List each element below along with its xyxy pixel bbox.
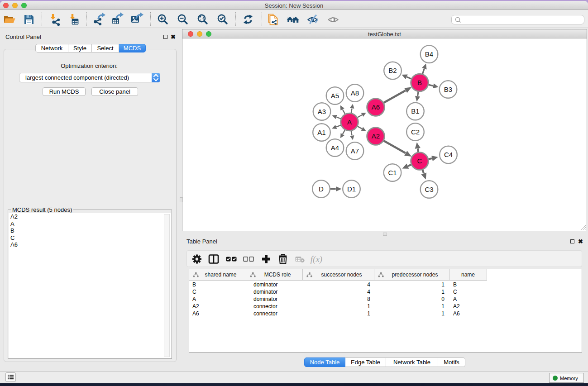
svg-text:C: C <box>417 157 422 165</box>
svg-text:D1: D1 <box>347 185 356 193</box>
svg-text:B3: B3 <box>444 86 452 93</box>
svg-text:A4: A4 <box>331 144 339 152</box>
svg-text:B2: B2 <box>388 67 397 74</box>
svg-text:A2: A2 <box>372 132 380 140</box>
svg-text:A1: A1 <box>317 129 325 136</box>
svg-text:B1: B1 <box>411 107 419 115</box>
svg-text:B4: B4 <box>425 50 433 58</box>
svg-text:A7: A7 <box>351 147 359 155</box>
svg-text:A5: A5 <box>331 92 339 100</box>
svg-text:B: B <box>417 79 422 86</box>
svg-text:C4: C4 <box>444 151 453 158</box>
svg-text:A8: A8 <box>351 89 359 97</box>
svg-text:A3: A3 <box>318 108 326 115</box>
svg-text:C3: C3 <box>425 186 433 193</box>
svg-text:f(x): f(x) <box>311 254 322 264</box>
svg-text:D: D <box>319 185 324 193</box>
svg-text:A: A <box>347 118 352 126</box>
svg-text:A6: A6 <box>372 103 380 111</box>
svg-text:C2: C2 <box>411 128 420 136</box>
svg-text:C1: C1 <box>388 169 397 176</box>
